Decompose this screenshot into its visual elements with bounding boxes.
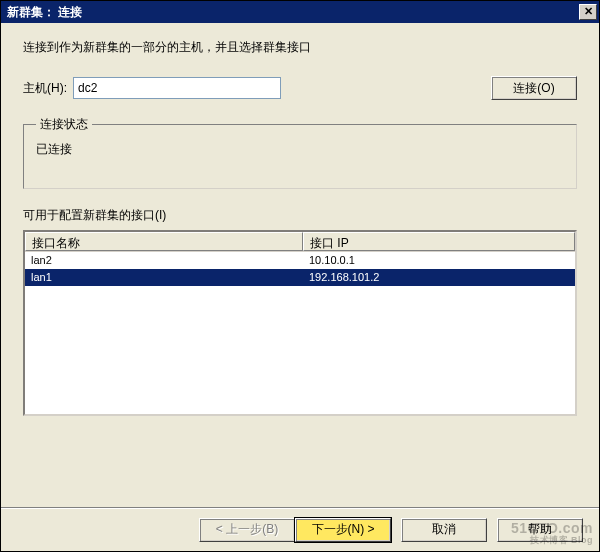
back-button: < 上一步(B) — [199, 518, 295, 542]
connection-status-group: 连接状态 已连接 — [23, 116, 577, 189]
close-button[interactable]: ✕ — [579, 4, 597, 20]
host-row: 主机(H): 连接(O) — [23, 76, 577, 100]
column-header-name[interactable]: 接口名称 — [25, 232, 303, 251]
host-label: 主机(H): — [23, 80, 67, 97]
interfaces-listview[interactable]: 接口名称 接口 IP lan2 10.10.0.1 lan1 192.168.1… — [23, 230, 577, 416]
next-button[interactable]: 下一步(N) > — [295, 518, 391, 542]
status-legend: 连接状态 — [36, 116, 92, 133]
listview-header: 接口名称 接口 IP — [25, 232, 575, 252]
connect-button[interactable]: 连接(O) — [491, 76, 577, 100]
cell-ip: 10.10.0.1 — [303, 252, 575, 269]
close-icon: ✕ — [584, 5, 593, 17]
interfaces-caption: 可用于配置新群集的接口(I) — [23, 207, 577, 224]
help-button[interactable]: 帮助 — [497, 518, 583, 542]
cell-ip: 192.168.101.2 — [303, 269, 575, 286]
window-title: 新群集： 连接 — [7, 4, 82, 21]
titlebar: 新群集： 连接 ✕ — [1, 1, 599, 23]
table-row[interactable]: lan1 192.168.101.2 — [25, 269, 575, 286]
dialog-window: 新群集： 连接 ✕ 连接到作为新群集的一部分的主机，并且选择群集接口 主机(H)… — [0, 0, 600, 552]
cell-name: lan1 — [25, 269, 303, 286]
table-row[interactable]: lan2 10.10.0.1 — [25, 252, 575, 269]
host-input[interactable] — [73, 77, 281, 99]
cell-name: lan2 — [25, 252, 303, 269]
cancel-button[interactable]: 取消 — [401, 518, 487, 542]
intro-text: 连接到作为新群集的一部分的主机，并且选择群集接口 — [23, 39, 577, 56]
content-area: 连接到作为新群集的一部分的主机，并且选择群集接口 主机(H): 连接(O) 连接… — [1, 23, 599, 507]
button-bar: < 上一步(B) 下一步(N) > 取消 帮助 51CTO.com 技术博客 B… — [1, 507, 599, 551]
column-header-ip[interactable]: 接口 IP — [303, 232, 575, 251]
wizard-buttons: < 上一步(B) 下一步(N) > — [199, 518, 391, 542]
status-text: 已连接 — [36, 141, 564, 158]
